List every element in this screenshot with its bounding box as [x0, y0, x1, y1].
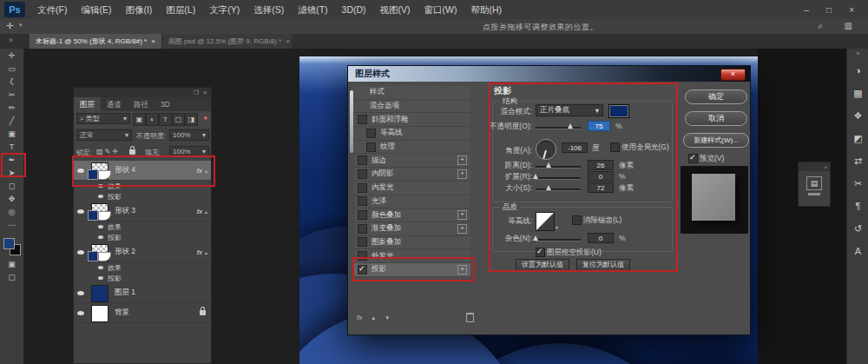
style-checkbox[interactable] — [366, 129, 376, 138]
pixel-filter-icon[interactable]: ▣ — [133, 113, 146, 126]
layer-row[interactable]: 形状 2fx▴ — [74, 242, 211, 262]
duplicate-effect-plus-icon[interactable]: + — [457, 156, 467, 165]
new-style-button[interactable]: 新建样式(W)... — [683, 133, 749, 148]
visibility-eye-icon[interactable] — [98, 266, 103, 269]
search-icon[interactable]: ⌕ — [818, 21, 823, 31]
style-item[interactable]: 描边+ — [354, 154, 470, 168]
visibility-eye-icon[interactable] — [74, 250, 88, 255]
layer-fx-icon[interactable]: fx — [197, 248, 202, 256]
layer-fx-icon[interactable]: fx — [197, 167, 202, 175]
layer-effect-row[interactable]: 投影 — [74, 232, 211, 242]
preview-checkbox[interactable] — [688, 154, 698, 163]
crop-tool[interactable]: ✂ — [0, 88, 23, 101]
shadow-color-swatch[interactable] — [608, 104, 629, 118]
shadow-blend-mode-dropdown[interactable]: 正片叠底▾ — [536, 104, 603, 116]
distance-slider[interactable] — [536, 166, 581, 169]
noise-slider-thumb[interactable] — [533, 235, 538, 241]
menu-item[interactable]: 图像(I) — [118, 0, 159, 19]
style-item[interactable]: 颜色叠加+ — [354, 208, 470, 222]
lasso-tool[interactable]: ζ — [0, 75, 23, 88]
lock-transparency-icon[interactable]: ▨ — [96, 148, 103, 156]
style-checkbox[interactable] — [358, 265, 367, 275]
angle-dial[interactable] — [536, 139, 556, 160]
antialias-checkbox[interactable] — [572, 215, 582, 225]
style-item[interactable]: 图案叠加 — [354, 236, 470, 250]
style-item[interactable]: 斜面和浮雕 — [354, 113, 470, 127]
dialog-close-button[interactable]: × — [720, 69, 746, 81]
opacity-value[interactable]: 75 — [588, 121, 610, 131]
distance-slider-thumb[interactable] — [546, 162, 551, 168]
style-checkbox[interactable] — [358, 183, 367, 193]
style-checkbox[interactable] — [358, 210, 367, 220]
document-tab[interactable]: 底图.psd @ 12.5% (图层 9, RGB/8) *× — [161, 34, 292, 49]
tab-close-icon[interactable]: × — [151, 37, 155, 45]
tool-presets-panel-icon[interactable]: ✂ — [847, 172, 868, 195]
screen-mode-icon[interactable]: ▢ — [0, 270, 23, 283]
history-panel-icon[interactable]: ↺ — [847, 217, 868, 240]
paragraph-panel-icon[interactable]: ¶ — [847, 195, 868, 217]
layer-thumbnail[interactable] — [88, 285, 110, 301]
visibility-eye-icon[interactable] — [98, 225, 103, 228]
blend-mode-dropdown[interactable]: 正常▾ — [76, 129, 132, 141]
tab-close-icon[interactable]: × — [286, 37, 290, 45]
lock-position-icon[interactable]: ✛ — [112, 148, 118, 156]
spread-value[interactable]: 0 — [588, 171, 614, 182]
filter-type-dropdown[interactable]: ⌕ 类型 ▾ — [76, 113, 130, 124]
menu-item[interactable]: 文字(Y) — [202, 0, 247, 19]
set-default-button[interactable]: 设置为默认值 — [516, 259, 569, 272]
style-item[interactable]: 等高线 — [354, 127, 470, 141]
noise-value[interactable]: 0 — [588, 233, 614, 243]
quick-mask-icon[interactable]: ▣ — [0, 257, 23, 270]
layers-panel-tab[interactable]: 路径 — [128, 97, 155, 111]
window-close-button[interactable]: × — [849, 5, 854, 15]
zoom-tool[interactable]: ◎ — [0, 205, 23, 218]
tab-overflow-icon[interactable]: » — [9, 36, 13, 44]
vector-mask-thumbnail[interactable] — [88, 210, 98, 221]
move-effect-down-icon[interactable]: ▼ — [385, 315, 390, 321]
spread-slider[interactable] — [536, 177, 581, 180]
menu-item[interactable]: 帮助(H) — [464, 0, 510, 19]
tool-preset-dropdown-icon[interactable]: ▾ — [19, 22, 23, 29]
brush-tool[interactable]: ╱ — [0, 114, 23, 127]
layer-effect-row[interactable]: 投影 — [74, 273, 211, 283]
style-item[interactable]: 外发光 — [354, 249, 470, 263]
add-effect-fx-icon[interactable]: fx — [357, 314, 362, 321]
style-checkbox[interactable] — [358, 251, 367, 261]
vector-mask-thumbnail[interactable] — [88, 251, 98, 261]
type-tool[interactable]: T — [0, 140, 23, 153]
opacity-dropdown[interactable]: 100%▾ — [169, 129, 209, 141]
move-tool[interactable]: ✛ — [0, 49, 23, 62]
style-item[interactable]: 内发光 — [354, 182, 470, 195]
delete-effect-icon[interactable] — [466, 313, 474, 322]
opacity-slider[interactable] — [536, 127, 581, 129]
layers-panel-tab[interactable]: 3D — [155, 97, 176, 111]
move-effect-up-icon[interactable]: ▲ — [371, 315, 376, 321]
styles-panel-icon[interactable]: ❖ — [847, 104, 868, 127]
adjustment-filter-icon[interactable]: ◐ — [146, 113, 159, 126]
ok-button[interactable]: 确定 — [685, 89, 747, 104]
collapsed-properties-panel[interactable]: « ▤ — [798, 162, 831, 207]
visibility-eye-icon[interactable] — [74, 311, 88, 315]
style-item[interactable]: 投影+ — [354, 263, 470, 277]
duplicate-effect-plus-icon[interactable]: + — [457, 210, 467, 220]
eyedropper-tool[interactable]: ✏ — [0, 101, 23, 114]
visibility-eye-icon[interactable] — [98, 235, 103, 239]
shape-tool[interactable]: ◻ — [0, 179, 23, 192]
dialog-title-bar[interactable]: 图层样式 — [348, 66, 750, 82]
style-checkbox[interactable] — [358, 169, 367, 179]
style-checkbox[interactable] — [358, 237, 367, 247]
window-maximize-button[interactable]: □ — [826, 5, 832, 15]
contour-picker[interactable] — [536, 212, 555, 231]
fill-dropdown[interactable]: 100%▾ — [169, 146, 209, 157]
knockout-checkbox[interactable] — [536, 248, 545, 257]
style-checkbox[interactable] — [358, 196, 367, 206]
visibility-eye-icon[interactable] — [98, 195, 103, 198]
menu-item[interactable]: 图层(L) — [159, 0, 202, 19]
contour-dropdown-icon[interactable]: ▾ — [556, 224, 558, 230]
collapse-effects-icon[interactable]: ▴ — [205, 208, 207, 215]
panel-header-icon[interactable]: ≡ — [203, 89, 207, 96]
style-checkbox[interactable] — [358, 156, 367, 165]
layer-row[interactable]: 形状 3fx▴ — [74, 202, 211, 222]
clone-stamp-tool[interactable]: ▣ — [0, 127, 23, 140]
hand-tool[interactable]: ✥ — [0, 192, 23, 205]
